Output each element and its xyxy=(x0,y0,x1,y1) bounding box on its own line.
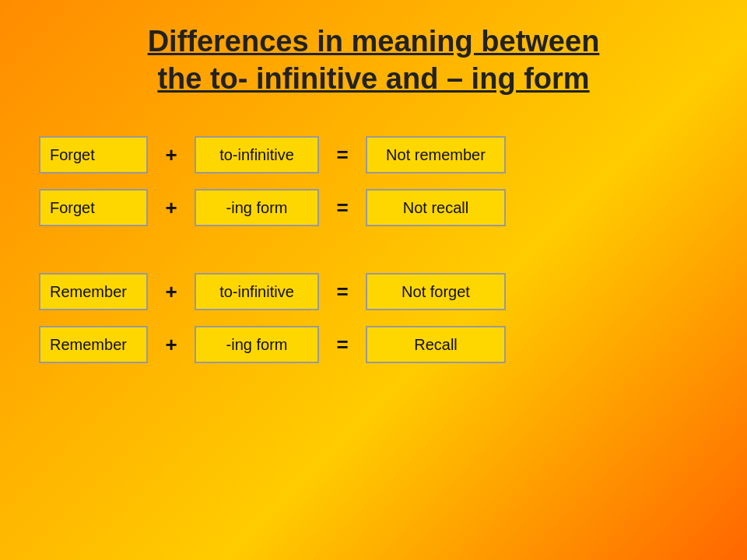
result-cell-1: Not remember xyxy=(366,136,506,173)
result-cell-3: Not forget xyxy=(366,273,506,310)
page-title: Differences in meaning between the to- i… xyxy=(117,23,631,97)
table-row: Remember + to-infinitive = Not forget xyxy=(39,273,708,310)
operator-cell-1: + xyxy=(148,143,195,167)
result-cell-2: Not recall xyxy=(366,189,506,226)
verb-cell-2: Forget xyxy=(39,189,148,226)
content-grid: Forget + to-infinitive = Not remember Fo… xyxy=(39,136,708,363)
equals-cell-1: = xyxy=(319,143,366,167)
form-cell-4: -ing form xyxy=(195,326,319,363)
verb-cell-1: Forget xyxy=(39,136,148,173)
table-row: Remember + -ing form = Recall xyxy=(39,326,708,363)
operator-cell-3: + xyxy=(148,280,195,304)
form-cell-2: -ing form xyxy=(195,189,319,226)
equals-cell-4: = xyxy=(319,333,366,357)
equals-cell-2: = xyxy=(319,196,366,220)
verb-cell-4: Remember xyxy=(39,326,148,363)
table-row: Forget + to-infinitive = Not remember xyxy=(39,136,708,173)
verb-cell-3: Remember xyxy=(39,273,148,310)
operator-cell-4: + xyxy=(148,333,195,357)
operator-cell-2: + xyxy=(148,196,195,220)
result-cell-4: Recall xyxy=(366,326,506,363)
equals-cell-3: = xyxy=(319,280,366,304)
table-row: Forget + -ing form = Not recall xyxy=(39,189,708,226)
form-cell-1: to-infinitive xyxy=(195,136,319,173)
form-cell-3: to-infinitive xyxy=(195,273,319,310)
